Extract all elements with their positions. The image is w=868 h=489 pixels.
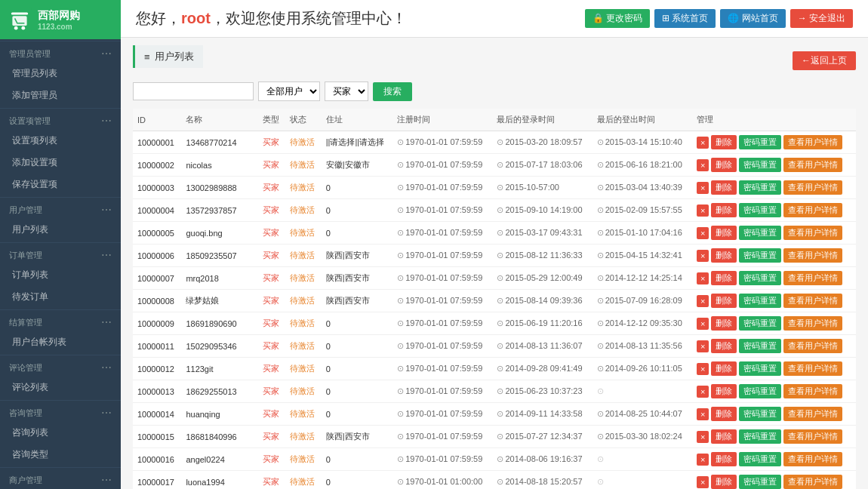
delete-button[interactable]: 删除 [711,452,737,466]
pwd-reset-button[interactable]: 密码重置 [739,361,781,376]
delete-x-button[interactable]: × [697,205,709,217]
table-row: 10000003 13002989888 买家 待激活 0 ⊙1970-01-0… [133,177,856,199]
website-home-button[interactable]: 🌐 网站首页 [720,9,785,28]
sidebar-item-admin-list[interactable]: 管理员列表 [0,63,121,85]
delete-x-button[interactable]: × [697,272,709,284]
delete-x-button[interactable]: × [697,454,709,466]
delete-x-button[interactable]: × [697,340,709,352]
pwd-reset-button[interactable]: 密码重置 [739,203,781,217]
sidebar-item-settings-list[interactable]: 设置项列表 [0,130,121,152]
delete-x-button[interactable]: × [697,408,709,420]
delete-button[interactable]: 删除 [711,135,737,149]
view-user-button[interactable]: 查看用户详情 [783,248,842,263]
pwd-reset-button[interactable]: 密码重置 [739,384,781,398]
delete-x-button[interactable]: × [697,295,709,307]
cell-id: 10000004 [133,199,181,222]
view-user-button[interactable]: 查看用户详情 [783,294,842,308]
delete-button[interactable]: 删除 [711,339,737,353]
pwd-reset-button[interactable]: 密码重置 [739,475,781,489]
view-user-button[interactable]: 查看用户详情 [783,158,842,172]
delete-button[interactable]: 删除 [711,294,737,308]
delete-x-button[interactable]: × [697,182,709,194]
view-user-button[interactable]: 查看用户详情 [783,226,842,240]
delete-button[interactable]: 删除 [711,361,737,376]
logout-button[interactable]: → 安全退出 [790,9,853,28]
pwd-reset-button[interactable]: 密码重置 [739,226,781,240]
view-user-button[interactable]: 查看用户详情 [783,384,842,398]
cell-id: 10000015 [133,426,181,448]
back-button[interactable]: ←返回上页 [793,51,856,70]
pwd-reset-button[interactable]: 密码重置 [739,407,781,421]
delete-x-button[interactable]: × [697,137,709,149]
cell-actions: × 删除 密码重置 查看用户详情 [692,290,856,312]
pwd-reset-button[interactable]: 密码重置 [739,316,781,331]
cell-actions: × 删除 密码重置 查看用户详情 [692,358,856,380]
delete-x-button[interactable]: × [697,431,709,443]
cell-last-login: ⊙2014-09-28 09:41:49 [492,358,592,380]
system-home-button[interactable]: ⊞ 系统首页 [654,9,716,28]
pwd-reset-button[interactable]: 密码重置 [739,180,781,195]
sidebar-item-review-list[interactable]: 评论列表 [0,377,121,398]
sidebar-item-add-settings[interactable]: 添加设置项 [0,152,121,174]
delete-button[interactable]: 删除 [711,407,737,421]
pwd-reset-button[interactable]: 密码重置 [739,452,781,466]
view-user-button[interactable]: 查看用户详情 [783,339,842,353]
pwd-reset-button[interactable]: 密码重置 [739,135,781,149]
delete-x-button[interactable]: × [697,227,709,239]
delete-x-button[interactable]: × [697,318,709,330]
col-addr: 住址 [322,109,393,131]
cell-actions: × 删除 密码重置 查看用户详情 [692,199,856,222]
delete-x-button[interactable]: × [697,476,709,488]
cell-reg: ⊙1970-01-01 07:59:59 [392,222,492,244]
view-user-button[interactable]: 查看用户详情 [783,271,842,285]
delete-button[interactable]: 删除 [711,158,737,172]
sidebar-item-pending-orders[interactable]: 待发订单 [0,286,121,308]
view-user-button[interactable]: 查看用户详情 [783,135,842,149]
delete-x-button[interactable]: × [697,250,709,262]
sidebar-item-add-admin[interactable]: 添加管理员 [0,85,121,106]
delete-button[interactable]: 删除 [711,384,737,398]
change-password-button[interactable]: 🔒 更改密码 [585,9,650,28]
sidebar-item-user-list[interactable]: 用户列表 [0,219,121,241]
status-select[interactable]: 买家 [325,82,368,101]
view-user-button[interactable]: 查看用户详情 [783,475,842,489]
delete-x-button[interactable]: × [697,363,709,375]
cell-addr: 0 [322,335,393,358]
delete-button[interactable]: 删除 [711,226,737,240]
cell-status: 待激活 [285,290,322,312]
sidebar-item-billing-list[interactable]: 用户台帐列表 [0,331,121,353]
delete-button[interactable]: 删除 [711,248,737,263]
delete-button[interactable]: 删除 [711,180,737,195]
pwd-reset-button[interactable]: 密码重置 [739,294,781,308]
pwd-reset-button[interactable]: 密码重置 [739,271,781,285]
delete-button[interactable]: 删除 [711,271,737,285]
sidebar-item-consult-type[interactable]: 咨询类型 [0,444,121,466]
view-user-button[interactable]: 查看用户详情 [783,452,842,466]
delete-x-button[interactable]: × [697,386,709,398]
pwd-reset-button[interactable]: 密码重置 [739,158,781,172]
delete-button[interactable]: 删除 [711,475,737,489]
cell-name: 18691890690 [181,312,258,335]
delete-button[interactable]: 删除 [711,203,737,217]
view-user-button[interactable]: 查看用户详情 [783,429,842,444]
search-button[interactable]: 搜索 [373,82,412,101]
delete-button[interactable]: 删除 [711,316,737,331]
pwd-reset-button[interactable]: 密码重置 [739,248,781,263]
cell-actions: × 删除 密码重置 查看用户详情 [692,426,856,448]
pwd-reset-button[interactable]: 密码重置 [739,339,781,353]
view-user-button[interactable]: 查看用户详情 [783,361,842,376]
view-user-button[interactable]: 查看用户详情 [783,316,842,331]
sidebar-item-save-settings[interactable]: 保存设置项 [0,174,121,195]
sidebar-item-consult-list[interactable]: 咨询列表 [0,422,121,444]
view-user-button[interactable]: 查看用户详情 [783,407,842,421]
user-type-select[interactable]: 全部用户 [258,82,320,101]
sidebar-item-order-list[interactable]: 订单列表 [0,264,121,286]
delete-button[interactable]: 删除 [711,429,737,444]
search-input[interactable] [133,82,254,100]
delete-x-button[interactable]: × [697,159,709,171]
pwd-reset-button[interactable]: 密码重置 [739,429,781,444]
cell-reg: ⊙1970-01-01 07:59:59 [392,426,492,448]
view-user-button[interactable]: 查看用户详情 [783,180,842,195]
col-id: ID [133,109,181,131]
view-user-button[interactable]: 查看用户详情 [783,203,842,217]
